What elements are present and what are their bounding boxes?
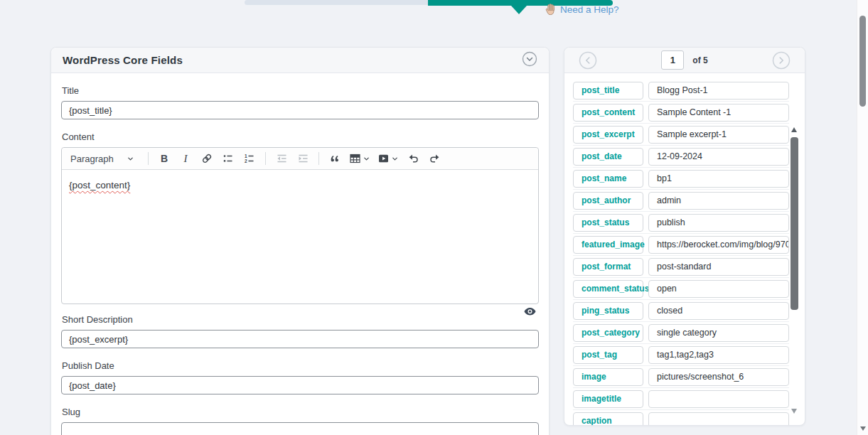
record-count-label: of 5 — [692, 55, 707, 65]
field-value: pictures/screenshot_6 — [648, 368, 789, 386]
previous-record-button[interactable] — [579, 51, 597, 72]
field-name-pill[interactable]: imagetitle — [573, 390, 643, 408]
undo-button[interactable] — [404, 150, 422, 167]
numbered-list-button[interactable]: 12 — [241, 150, 258, 167]
field-name-pill[interactable]: post_date — [573, 148, 643, 166]
field-row: comment_statusopen — [573, 278, 789, 300]
field-value: Sample Content -1 — [648, 104, 789, 122]
page-scroll-down-arrow-icon[interactable] — [860, 426, 866, 431]
raised-hand-icon — [544, 2, 558, 16]
field-value: open — [648, 280, 789, 298]
import-data-preview-panel: of 5 post_titleBlogg Post-1post_contentS… — [564, 47, 805, 426]
slug-input[interactable] — [61, 422, 539, 435]
outdent-button[interactable] — [273, 150, 290, 167]
content-label: Content — [62, 131, 539, 142]
short-description-label: Short Description — [62, 314, 539, 325]
svg-text:1: 1 — [245, 154, 247, 159]
page-scrollbar-thumb[interactable] — [859, 16, 866, 107]
field-row: post_categorysingle category — [573, 322, 789, 344]
chevron-left-circle-icon — [579, 51, 597, 72]
link-button[interactable] — [198, 150, 215, 167]
title-input[interactable] — [61, 101, 539, 119]
short-description-input[interactable] — [61, 330, 539, 348]
field-row: imagepictures/screenshot_6 — [573, 366, 789, 388]
undo-icon — [407, 153, 419, 164]
record-number-input[interactable] — [661, 50, 684, 70]
scroll-up-arrow-icon[interactable] — [791, 127, 797, 132]
publish-date-input[interactable] — [61, 376, 539, 394]
field-row: featured_imagehttps://berocket.com/img/b… — [573, 234, 789, 256]
field-row: imagetitle — [573, 388, 789, 410]
field-row: post_statuspublish — [573, 212, 789, 234]
field-row: post_authoradmin — [573, 190, 789, 212]
bulleted-list-button[interactable] — [220, 150, 237, 167]
field-row: post_excerptSample excerpt-1 — [573, 124, 789, 146]
preview-scrollbar[interactable] — [791, 126, 798, 415]
insert-table-button[interactable] — [348, 150, 372, 167]
field-name-pill[interactable]: post_category — [573, 324, 643, 342]
italic-button[interactable]: I — [177, 150, 194, 167]
indent-button[interactable] — [294, 150, 311, 167]
page-scrollbar[interactable] — [857, 0, 868, 435]
field-value: publish — [648, 214, 789, 232]
numbered-list-icon: 12 — [244, 153, 255, 164]
italic-icon: I — [184, 153, 188, 165]
scrollbar-thumb[interactable] — [791, 137, 798, 310]
chevron-down-icon — [127, 155, 134, 163]
block-quote-button[interactable] — [326, 150, 343, 167]
field-value: single category — [648, 324, 789, 342]
field-name-pill[interactable]: post_author — [573, 192, 643, 210]
field-name-pill[interactable]: ping_status — [573, 302, 643, 320]
field-name-pill[interactable]: post_status — [573, 214, 643, 232]
insert-table-icon — [349, 153, 361, 164]
field-rows: post_titleBlogg Post-1post_contentSample… — [573, 73, 789, 426]
field-name-pill[interactable]: image — [573, 368, 643, 386]
preview-eye-icon[interactable] — [523, 306, 537, 321]
field-name-pill[interactable]: post_name — [573, 170, 643, 188]
need-help-link[interactable]: Need a Help? — [560, 4, 619, 15]
field-name-pill[interactable]: post_title — [573, 82, 643, 100]
field-value: 12-09-2024 — [648, 148, 789, 166]
field-row: post_date12-09-2024 — [573, 146, 789, 168]
chevron-down-icon — [363, 155, 370, 163]
panel-title: WordPress Core Fields — [63, 54, 183, 66]
preview-pagination-header: of 5 — [564, 48, 805, 73]
collapse-panel-button[interactable] — [522, 51, 537, 69]
redo-button[interactable] — [426, 150, 443, 167]
chevron-down-icon — [391, 155, 399, 163]
field-name-pill[interactable]: post_tag — [573, 346, 643, 364]
media-embed-button[interactable] — [376, 150, 400, 167]
field-name-pill[interactable]: post_excerpt — [573, 126, 643, 144]
field-name-pill[interactable]: caption — [573, 412, 643, 426]
field-name-pill[interactable]: featured_image — [573, 236, 643, 254]
field-row: post_tagtag1,tag2,tag3 — [573, 344, 789, 366]
field-name-pill[interactable]: post_content — [573, 104, 643, 122]
field-row: post_contentSample Content -1 — [573, 102, 789, 124]
field-value: tag1,tag2,tag3 — [648, 346, 789, 364]
chevron-down-circle-icon — [522, 51, 537, 69]
scroll-down-arrow-icon[interactable] — [791, 409, 797, 414]
field-row: post_formatpost-standard — [573, 256, 789, 278]
field-name-pill[interactable]: comment_status — [573, 280, 643, 298]
progress-pointer-icon — [511, 6, 527, 14]
field-row: post_namebp1 — [573, 168, 789, 190]
field-value — [648, 390, 789, 408]
link-icon — [201, 153, 213, 164]
field-value: post-standard — [648, 258, 789, 276]
editor-content-area[interactable]: {post_content} — [62, 170, 538, 304]
next-record-button[interactable] — [772, 51, 791, 72]
wordpress-core-fields-panel: WordPress Core Fields Title Content Para… — [50, 47, 550, 435]
field-value — [648, 412, 789, 426]
bold-icon: B — [161, 153, 168, 164]
field-value: bp1 — [648, 170, 789, 188]
indent-icon — [297, 153, 309, 164]
title-label: Title — [62, 85, 539, 96]
field-name-pill[interactable]: post_format — [573, 258, 643, 276]
block-quote-icon — [329, 153, 341, 164]
field-value: https://berocket.com/img/blog/97001e — [648, 236, 789, 254]
bold-button[interactable]: B — [156, 150, 173, 167]
toolbar-separator — [318, 152, 319, 165]
paragraph-style-dropdown[interactable]: Paragraph — [66, 150, 139, 167]
paragraph-style-label: Paragraph — [70, 154, 114, 164]
panel-header: WordPress Core Fields — [51, 48, 549, 73]
